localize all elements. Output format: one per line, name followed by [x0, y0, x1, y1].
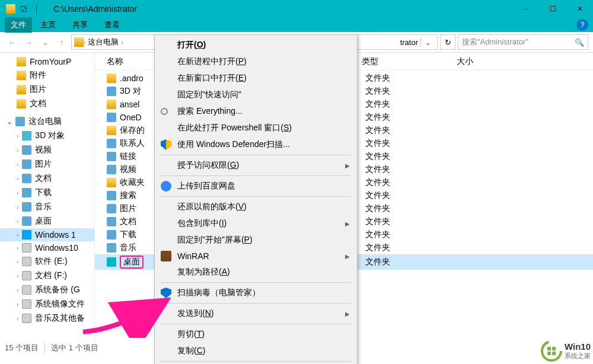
back-button[interactable]: ← [5, 35, 19, 49]
file-name: .andro [120, 74, 144, 83]
sidebar-label: 文档 (F:) [35, 270, 67, 281]
disk-icon [22, 299, 31, 309]
baidu-icon [161, 181, 171, 191]
music-folder-icon [107, 243, 116, 253]
item-count: 15 个项目 [5, 343, 39, 353]
sidebar-item[interactable]: ›文档 (F:) [0, 269, 94, 283]
sidebar-item[interactable]: 文档 [0, 97, 94, 111]
watermark: Win10 系统之家 [541, 340, 591, 362]
desktop-icon [22, 216, 31, 226]
context-menu-item[interactable]: 还原以前的版本(V) [156, 199, 356, 215]
context-menu-item[interactable]: 上传到百度网盘 [156, 178, 356, 194]
sidebar-item[interactable]: ›视频 [0, 143, 94, 157]
yellow-folder-icon [107, 126, 116, 135]
file-type: 文件夹 [365, 73, 390, 84]
sidebar-label: 软件 (E:) [35, 256, 67, 267]
disk-icon [22, 285, 31, 295]
dropdown-history[interactable]: ⌄ [38, 35, 52, 49]
menu-item-label: 授予访问权限(G) [177, 160, 239, 171]
close-button[interactable]: ✕ [566, 0, 593, 18]
search-icon [161, 108, 168, 115]
chevron-right-icon: ▶ [345, 162, 350, 169]
sidebar-item[interactable]: FromYourP [0, 55, 94, 68]
context-menu-item[interactable]: 在新进程中打开(P) [156, 53, 356, 70]
checkbox-icon[interactable]: ☑ [18, 3, 30, 15]
context-menu-item[interactable]: 复制(C) [156, 343, 356, 359]
menu-item-label: 扫描病毒（电脑管家） [177, 288, 260, 298]
sidebar-item[interactable]: ›文档 [0, 171, 94, 186]
menu-share[interactable]: 共享 [64, 17, 96, 33]
address-dropdown[interactable]: ⌄ [420, 38, 435, 47]
chevron-right-icon: › [121, 39, 123, 46]
sidebar-item[interactable]: ›下载 [0, 186, 94, 200]
watermark-title: Win10 [565, 341, 591, 352]
menu-home[interactable]: 主页 [32, 17, 64, 33]
special-folder-icon [107, 139, 116, 148]
sidebar-item[interactable]: ›音乐 [0, 200, 94, 214]
folder-icon [17, 99, 26, 108]
menu-separator [161, 155, 351, 155]
forward-button[interactable]: → [21, 35, 36, 49]
statusbar: 15 个项目 选中 1 个项目 [5, 343, 98, 353]
obj-icon [22, 131, 31, 141]
sidebar-item[interactable]: ›Windows10 [0, 241, 94, 254]
context-menu-item[interactable]: 扫描病毒（电脑管家） [156, 285, 356, 301]
menu-view[interactable]: 查看 [96, 17, 128, 33]
sidebar-label: 文档 [30, 98, 46, 109]
file-type: 文件夹 [365, 151, 390, 162]
context-menu-item[interactable]: 剪切(T) [156, 326, 356, 343]
svg-point-0 [542, 341, 561, 360]
file-name: 保存的 [120, 125, 145, 136]
svg-rect-3 [547, 352, 551, 355]
context-menu-item[interactable]: 授予访问权限(G)▶ [156, 157, 356, 174]
search-input[interactable]: 搜索"Administrator" 🔍 [458, 34, 588, 50]
menu-item-label: 包含到库中(I) [177, 218, 227, 229]
col-header-type[interactable]: 类型 [362, 56, 457, 67]
context-menu-item[interactable]: 使用 Windows Defender扫描... [156, 136, 356, 153]
sidebar-item[interactable]: 附件 [0, 68, 94, 82]
menu-separator [161, 303, 351, 304]
maximize-button[interactable]: ☐ [540, 0, 566, 18]
sidebar-pc-root[interactable]: ⌄这台电脑 [0, 114, 94, 129]
col-header-size[interactable]: 大小 [457, 56, 516, 67]
file-name: 联系人 [120, 138, 145, 149]
file-name: 图片 [120, 203, 136, 214]
help-button[interactable]: ? [576, 19, 588, 31]
sidebar-item[interactable]: ›3D 对象 [0, 129, 94, 143]
sidebar-item[interactable]: ›图片 [0, 157, 94, 171]
menu-item-label: 发送到(N) [177, 308, 213, 319]
menu-file[interactable]: 文件 [5, 17, 32, 33]
context-menu-item[interactable]: 固定到"开始"屏幕(P) [156, 232, 356, 248]
menu-item-label: 复制(C) [177, 346, 205, 356]
context-menu-item[interactable]: 在新窗口中打开(E) [156, 70, 356, 87]
context-menu-item[interactable]: 在此处打开 Powershell 窗口(S) [156, 120, 356, 136]
annotation-arrow [77, 296, 172, 338]
sidebar-item[interactable]: ›软件 (E:) [0, 254, 94, 269]
context-menu-item[interactable]: 固定到"快速访问" [156, 87, 356, 103]
sidebar-label: 这台电脑 [28, 116, 62, 127]
context-menu-item[interactable]: 包含到库中(I)▶ [156, 215, 356, 232]
context-menu-item[interactable]: 打开(O) [156, 37, 356, 53]
desktop-folder-icon [107, 257, 116, 267]
file-name: 音乐 [120, 242, 136, 253]
refresh-button[interactable]: ↻ [440, 34, 455, 50]
file-type: 文件夹 [365, 138, 390, 149]
sidebar-item[interactable]: 图片 [0, 82, 94, 97]
context-menu-item[interactable]: 复制为路径(A) [156, 264, 356, 280]
sidebar-item[interactable]: ›桌面 [0, 214, 94, 228]
context-menu-item[interactable]: 搜索 Everything... [156, 103, 356, 120]
menu-separator [161, 361, 351, 362]
breadcrumb-item[interactable]: 这台电脑 [85, 37, 121, 47]
sidebar-label: 系统备份 (G [35, 285, 79, 295]
sidebar-item[interactable]: ›Windows 1 [0, 228, 94, 241]
sidebar-item[interactable]: ›系统备份 (G [0, 283, 94, 297]
context-menu-item[interactable]: 发送到(N)▶ [156, 305, 356, 322]
context-menu-item[interactable]: WinRAR▶ [156, 248, 356, 264]
search-placeholder: 搜索"Administrator" [462, 37, 528, 47]
menu-item-label: 固定到"快速访问" [177, 90, 241, 100]
minimize-button[interactable]: ─ [513, 0, 540, 18]
up-button[interactable]: ↑ [55, 35, 69, 49]
yellow-folder-icon [107, 100, 116, 109]
file-name: ansel [120, 100, 139, 109]
window-title: C:\Users\Administrator [53, 4, 513, 14]
